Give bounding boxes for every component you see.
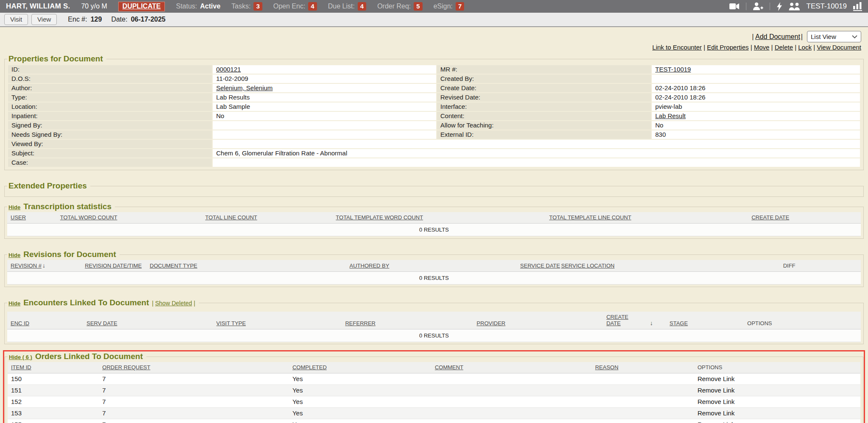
col-header-visit-type[interactable]: VISIT TYPE — [216, 320, 246, 326]
prop-value-revised-date: 02-24-2010 18:26 — [652, 93, 860, 102]
order-reason — [592, 396, 694, 408]
sort-descending-icon[interactable]: ↓ — [649, 320, 653, 326]
prop-value-author-link[interactable]: Selenium, Selenium — [216, 84, 273, 91]
col-header-referrer[interactable]: REFERRER — [345, 320, 376, 326]
remove-link-action[interactable]: Remove Link — [698, 375, 735, 382]
prop-value-content-link[interactable]: Lab Result — [655, 112, 686, 119]
edit-properties-link[interactable]: Edit Properties — [707, 44, 748, 51]
col-header-enc-options: OPTIONS — [747, 320, 772, 326]
encounters-linked-section: Hide Encounters Linked To Document Show … — [4, 298, 864, 344]
col-header-document-type[interactable]: DOCUMENT TYPE — [150, 263, 197, 269]
properties-title: Properties for Document — [8, 54, 103, 64]
properties-table: ID: 0000121 MR #: TEST-10019 D.O.S: 11-0… — [7, 64, 861, 168]
col-header-authored-by[interactable]: AUTHORED BY — [350, 263, 389, 269]
divider — [746, 3, 746, 10]
table-row: 150 7 Yes Remove Link — [8, 373, 860, 385]
prop-label-created-by: Created By: — [437, 75, 651, 83]
due-list-count-badge[interactable]: 4 — [358, 2, 366, 11]
status-label: Status: — [176, 3, 197, 10]
esign-count-badge[interactable]: 7 — [456, 2, 464, 11]
duplicate-badge[interactable]: DUPLICATE — [118, 2, 165, 11]
col-header-revision-datetime[interactable]: REVISION DATE/TIME — [85, 263, 142, 269]
orders-hide-link[interactable]: Hide ( 6 ) — [9, 354, 32, 360]
order-comment — [431, 396, 592, 408]
prop-value-id-link[interactable]: 0000121 — [216, 66, 241, 73]
col-header-revision-number[interactable]: REVISION # — [11, 263, 42, 269]
order-req-count-badge[interactable]: 5 — [414, 2, 422, 11]
table-row: 152 7 Yes Remove Link — [8, 396, 860, 408]
prop-value-inpatient: No — [213, 112, 436, 120]
view-button[interactable]: View — [31, 14, 57, 25]
col-header-total-word-count[interactable]: TOTAL WORD COUNT — [60, 214, 117, 221]
add-document-link[interactable]: Add Document — [755, 33, 800, 40]
order-completed: Yes — [289, 396, 431, 408]
move-link[interactable]: Move — [754, 44, 770, 51]
col-header-provider[interactable]: PROVIDER — [477, 320, 506, 326]
col-header-reason[interactable]: REASON — [595, 364, 618, 370]
lock-link[interactable]: Lock — [798, 44, 812, 51]
prop-value-created-by — [652, 75, 860, 83]
col-header-comment[interactable]: COMMENT — [435, 364, 463, 370]
people-icon[interactable] — [789, 3, 800, 11]
col-header-enc-id[interactable]: ENC ID — [11, 320, 29, 326]
visit-button[interactable]: Visit — [4, 14, 28, 25]
link-to-encounter-link[interactable]: Link to Encounter — [652, 44, 702, 51]
prop-value-signed-by — [213, 121, 436, 130]
prop-label-inpatient: Inpatient: — [8, 112, 212, 120]
col-header-enc-create-date[interactable]: CREATE DATE — [606, 314, 629, 326]
order-item-id: 155 — [8, 419, 99, 423]
view-document-link[interactable]: View Document — [817, 44, 861, 51]
remove-link-action[interactable]: Remove Link — [698, 409, 735, 417]
date-label: Date: — [111, 16, 127, 23]
delete-link[interactable]: Delete — [775, 44, 793, 51]
orders-title: Orders Linked To Document — [35, 352, 143, 361]
sort-descending-icon[interactable]: ↓ — [42, 262, 45, 269]
order-completed: Yes — [289, 419, 431, 423]
encounters-hide-link[interactable]: Hide — [8, 300, 20, 307]
col-header-item-id[interactable]: ITEM ID — [11, 364, 31, 370]
open-enc-count-badge[interactable]: 4 — [308, 2, 317, 11]
col-header-total-template-line-count[interactable]: TOTAL TEMPLATE LINE COUNT — [549, 214, 632, 221]
order-request: 7 — [99, 408, 289, 419]
col-header-completed[interactable]: COMPLETED — [292, 364, 327, 370]
bar-chart-icon[interactable] — [853, 2, 862, 11]
extended-properties-title: Extended Properties — [8, 181, 87, 191]
revisions-section: Hide Revisions for Document REVISION #↓ … — [4, 250, 864, 287]
col-header-user[interactable]: USER — [11, 214, 26, 221]
show-deleted-link[interactable]: Show Deleted — [155, 300, 192, 307]
order-request: 7 — [99, 419, 289, 423]
col-header-order-request[interactable]: ORDER REQUEST — [102, 364, 150, 370]
revisions-title: Revisions for Document — [23, 250, 116, 259]
view-mode-selected-value: List View — [811, 33, 836, 40]
order-item-id: 153 — [8, 408, 99, 419]
revisions-hide-link[interactable]: Hide — [8, 252, 20, 258]
view-mode-select[interactable]: List View — [807, 31, 861, 42]
order-item-id: 152 — [8, 396, 99, 408]
prop-value-mr-link[interactable]: TEST-10019 — [655, 66, 691, 73]
video-camera-icon[interactable] — [729, 3, 740, 10]
patient-banner: HART, WILLIAM S. 70 y/o M DUPLICATE Stat… — [0, 0, 868, 13]
col-header-service-date[interactable]: SERVICE DATE — [520, 263, 560, 269]
prop-value-teaching: No — [652, 121, 860, 130]
col-header-total-line-count[interactable]: TOTAL LINE COUNT — [205, 214, 257, 221]
col-header-create-date[interactable]: CREATE DATE — [751, 214, 789, 221]
tasks-count-badge[interactable]: 3 — [253, 2, 262, 11]
prop-label-case: Case: — [8, 158, 212, 167]
document-controls: Add Document List View — [0, 27, 868, 43]
remove-link-action[interactable]: Remove Link — [698, 387, 735, 394]
chevron-down-icon — [852, 35, 857, 39]
col-header-stage[interactable]: STAGE — [670, 320, 688, 326]
enc-number-value: 129 — [91, 16, 102, 23]
prop-label-content: Content: — [437, 112, 651, 120]
order-item-id: 150 — [8, 373, 99, 385]
lightning-icon[interactable] — [776, 2, 782, 11]
col-header-serv-date[interactable]: SERV DATE — [86, 320, 117, 326]
prop-label-viewed-by: Viewed By: — [8, 140, 212, 148]
remove-link-action[interactable]: Remove Link — [698, 398, 735, 405]
order-completed: Yes — [289, 408, 431, 419]
person-add-icon[interactable] — [753, 2, 763, 11]
col-header-total-template-word-count[interactable]: TOTAL TEMPLATE WORD COUNT — [336, 214, 423, 221]
remove-link-action[interactable]: Remove Link — [698, 421, 735, 423]
transcription-hide-link[interactable]: Hide — [8, 204, 20, 210]
col-header-service-location[interactable]: SERVICE LOCATION — [561, 263, 615, 269]
